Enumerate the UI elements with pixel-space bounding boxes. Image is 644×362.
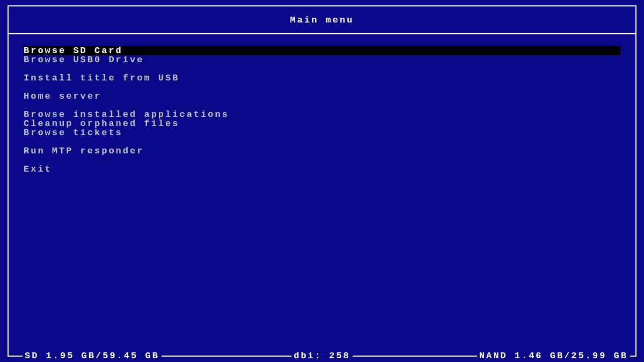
main-menu: Browse SD Card Browse USB0 Drive Install… — [24, 46, 620, 174]
menu-item-cleanup-orphaned-files[interactable]: Cleanup orphaned files — [24, 119, 620, 128]
menu-spacer — [24, 83, 620, 92]
status-bar: SD 1.95 GB/59.45 GB dbi: 258 NAND 1.46 G… — [0, 351, 644, 360]
menu-spacer — [24, 64, 620, 73]
menu-spacer — [24, 156, 620, 165]
status-sd-storage: SD 1.95 GB/59.45 GB — [23, 351, 162, 361]
menu-item-install-title-from-usb[interactable]: Install title from USB — [24, 73, 620, 83]
menu-item-browse-installed-applications[interactable]: Browse installed applications — [24, 110, 620, 119]
status-version: dbi: 258 — [291, 351, 353, 361]
menu-item-browse-tickets[interactable]: Browse tickets — [24, 128, 620, 137]
menu-item-browse-sd-card[interactable]: Browse SD Card — [24, 46, 620, 55]
menu-item-browse-usb0-drive[interactable]: Browse USB0 Drive — [24, 55, 620, 64]
page-title: Main menu — [290, 15, 354, 25]
status-nand-storage: NAND 1.46 GB/25.99 GB — [477, 351, 630, 361]
menu-item-run-mtp-responder[interactable]: Run MTP responder — [24, 146, 620, 156]
menu-spacer — [24, 101, 620, 110]
menu-spacer — [24, 137, 620, 146]
menu-item-home-server[interactable]: Home server — [24, 92, 620, 101]
header-box: Main menu — [8, 5, 636, 34]
menu-item-exit[interactable]: Exit — [24, 165, 620, 174]
